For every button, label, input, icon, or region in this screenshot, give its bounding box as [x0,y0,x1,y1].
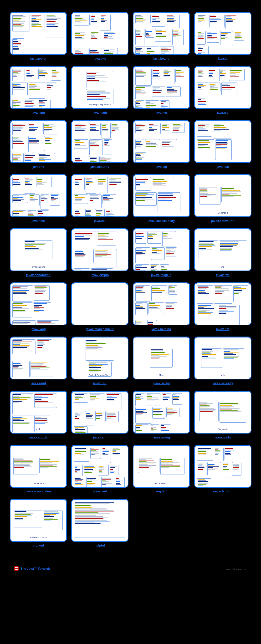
thumbnail-link[interactable] [133,120,190,163]
thumbnail-link[interactable]: GSSContext [133,445,190,488]
card-java-net: java.net [133,66,190,114]
card-javax-crypto: javax.crypto [71,228,128,277]
thumbnail-link[interactable] [10,120,67,163]
card-label-link[interactable]: java.beans [153,57,169,60]
thumbnail-link[interactable]: jws [194,228,252,271]
card-javax-print: javax.print [10,336,67,385]
thumbnail-link[interactable]: midi [10,391,67,434]
card-label-link[interactable]: java.security [90,165,109,168]
card-label-link[interactable]: javax.rmi [93,381,106,385]
card-javax-activation: Commandjavax.activation [194,174,252,222]
card-label-link[interactable]: javax.xml [93,490,107,493]
thumbnail-link[interactable] [194,282,252,325]
thumbnail-caption: jws [195,266,251,268]
thumbnail-link[interactable]: BigInteger, BigDecimal [71,66,128,109]
card-label-link[interactable]: java.sql [156,165,167,168]
card-javax-naming: javax.naming [133,282,190,331]
thumbnail-link[interactable]: Diagnostic [194,391,252,434]
thumbnail-link[interactable] [10,66,67,109]
thumbnail-link[interactable] [194,66,252,109]
card-javax-security: authjavax.security [194,336,252,385]
card-label-link[interactable]: javax.lang [31,327,46,331]
thumbnail-link[interactable] [71,391,128,434]
thumbnail-link[interactable]: @Annotations [10,228,67,271]
card-label-link[interactable]: java.time [32,219,45,222]
thumbnail-link[interactable] [133,12,190,55]
thumbnail-link[interactable] [10,282,67,325]
card-label-link[interactable]: java.lang [32,111,45,114]
card-label-link[interactable]: javax.jws [216,273,230,277]
card-label-link[interactable]: java.nio [217,111,228,114]
card-label-link[interactable]: javax.tools [215,436,231,439]
card-label-link[interactable]: java.util [94,219,105,222]
card-java-time: java.time [10,174,67,222]
card-label-link[interactable]: javax.security [212,381,233,385]
thumbnail-link[interactable] [71,228,128,271]
thumbnail-link[interactable] [71,445,128,488]
thumbnail-link[interactable] [71,282,128,325]
thumbnail-link[interactable] [71,12,128,55]
card-label-link[interactable]: java.io [218,57,228,60]
card-label-link[interactable]: javax.crypto [91,273,109,277]
thumbnail-link[interactable] [194,12,252,55]
card-label-link[interactable]: javax.annotation [26,273,50,277]
card-label-link[interactable]: javax.accessibility [148,219,175,222]
card-label-link[interactable]: java.net [156,111,167,114]
card-javax-lang: javax.lang [10,282,67,331]
card-label-link[interactable]: org.ietf [156,490,166,493]
card-javax-management: javax.management [71,282,128,331]
card-label-link[interactable]: org.w3c.dom [213,490,232,493]
thumbnail-link[interactable] [71,499,128,542]
thumbnail-caption: Misc [134,374,189,376]
thumbnail-caption: auth [195,374,251,376]
card-label-link[interactable]: java.awt [94,57,106,60]
card-javax-xml: javax.xml [71,445,128,493]
card-label-link[interactable]: org.xml [33,544,44,547]
card-label-link[interactable]: javax.activation [211,219,234,222]
thumbnail-link[interactable] [133,282,190,325]
card-label-link[interactable]: javax.naming [151,327,171,331]
card-label-link[interactable]: java.rmi [32,165,44,168]
thumbnail-link[interactable]: XAResource [10,445,67,488]
thumbnail-link[interactable]: Attributes, Locator [10,499,67,542]
tutorials-link[interactable]: The Java™ Tutorials [20,567,50,570]
thumbnail-link[interactable] [133,174,190,217]
card-java-math: BigInteger, BigDecimaljava.math [71,66,128,114]
thumbnail-link[interactable] [71,120,128,163]
thumbnail-link[interactable] [194,120,252,163]
card-label-link[interactable]: java.applet [30,57,46,60]
thumbnail-link[interactable] [133,228,190,271]
card-label-link[interactable]: javax.net [216,327,230,331]
card-java-nio: java.nio [194,66,252,114]
thumbnail-link[interactable] [194,445,252,488]
thumbnail-link[interactable] [133,391,190,434]
card-label-link[interactable]: java.text [216,165,229,168]
thumbnail-link[interactable] [71,174,128,217]
card-label-link[interactable]: javax.swing [152,436,170,439]
card-java-awt: java.awt [71,12,128,60]
card-label-link[interactable]: helpful [95,544,105,547]
thumbnail-link[interactable] [10,174,67,217]
card-java-text: java.text [194,120,252,168]
card-java-beans: java.beans [133,12,190,60]
card-org-ietf: GSSContextorg.ietf [133,445,190,493]
card-label-link[interactable]: javax.transaction [26,490,51,493]
thumbnail-link[interactable] [10,12,67,55]
thumbnail-caption: @Annotations [10,266,66,268]
card-label-link[interactable]: javax.print [30,381,46,385]
card-label-link[interactable]: javax.imageio [151,273,172,277]
card-java-io: java.io [194,12,252,60]
thumbnail-link[interactable]: auth [194,336,252,380]
thumbnail-link[interactable] [133,66,190,109]
card-label-link[interactable]: java.math [93,111,107,114]
thumbnail-caption: BigInteger, BigDecimal [72,104,128,106]
card-label-link[interactable]: javax.sql [93,436,106,439]
thumbnail-link[interactable]: Command [194,174,252,217]
thumbnail-caption: XAResource [10,482,66,484]
thumbnail-link[interactable]: PortableRemoteObject [71,336,128,380]
thumbnail-link[interactable] [10,336,67,380]
thumbnail-link[interactable]: Misc [133,336,190,380]
card-label-link[interactable]: javax.management [86,327,114,331]
card-label-link[interactable]: javax.sound [29,436,47,439]
card-label-link[interactable]: javax.script [153,381,170,385]
